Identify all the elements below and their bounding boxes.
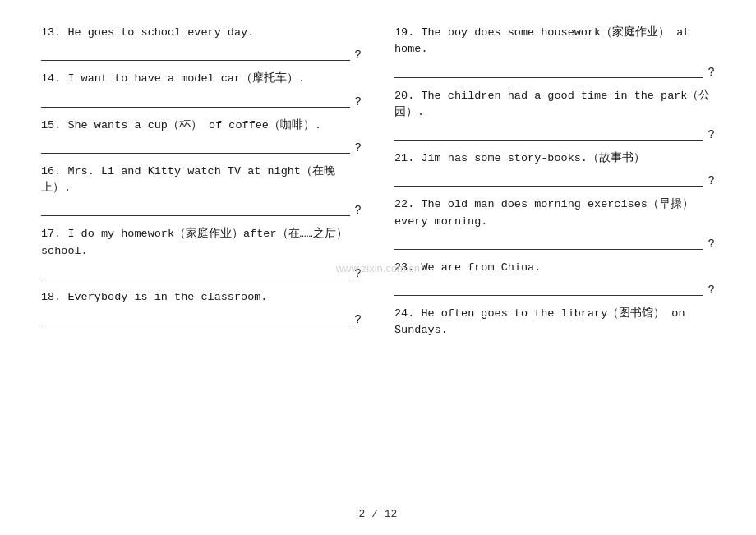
q13-number: 13. (41, 26, 61, 39)
q22-content-line2: every morning. (394, 215, 487, 228)
question-19: 19. The boy does some housework（家庭作业） at… (394, 25, 715, 78)
q22-question-mark: ? (708, 238, 715, 250)
q14-answer-line (41, 93, 350, 108)
q24-content-line1: He often goes to the library（图书馆） on (421, 307, 685, 320)
question-15: 15. She wants a cup（杯） of coffee（咖啡）. ? (41, 118, 362, 154)
page: www.zixin.com.cn 13. He goes to school e… (0, 0, 756, 535)
q24-text: 24. He often goes to the library（图书馆） on… (394, 306, 715, 339)
q16-answer-line (41, 201, 350, 216)
q19-answer-row: ? (394, 63, 715, 78)
q15-text: 15. She wants a cup（杯） of coffee（咖啡）. (41, 118, 362, 134)
q15-content: She wants a cup（杯） of coffee（咖啡）. (67, 119, 321, 131)
q16-number: 16. (41, 165, 61, 178)
q23-answer-line (394, 281, 703, 296)
q16-content: Mrs. Li and Kitty watch TV at night（在晚上）… (41, 165, 335, 194)
question-17: 17. I do my homework（家庭作业）after（在……之后） s… (41, 226, 362, 279)
question-21: 21. Jim has some story-books.（故事书） ? (394, 150, 715, 187)
q20-content: The children had a good time in the park… (394, 90, 710, 118)
question-13: 13. He goes to school every day. ? (41, 25, 362, 61)
q18-answer-row: ? (41, 311, 362, 325)
q23-answer-row: ? (394, 281, 715, 296)
q21-text: 21. Jim has some story-books.（故事书） (394, 150, 715, 167)
question-18: 18. Everybody is in the classroom. ? (41, 289, 362, 325)
q18-question-mark: ? (355, 314, 362, 325)
q22-answer-row: ? (394, 235, 715, 250)
q24-line2: Sundays. (394, 322, 715, 339)
q17-content-line2: school. (41, 245, 88, 257)
question-22: 22. The old man does morning exercises（早… (394, 196, 715, 250)
q23-content: We are from China. (421, 261, 541, 274)
q21-answer-line (394, 172, 703, 187)
q20-answer-row: ? (394, 126, 715, 141)
question-23: 23. We are from China. ? (394, 260, 715, 296)
q17-question-mark: ? (355, 268, 362, 279)
q19-number: 19. (394, 26, 414, 39)
question-14: 14. I want to have a model car（摩托车）. ? (41, 71, 362, 107)
right-column: 19. The boy does some housework（家庭作业） at… (378, 25, 715, 349)
q17-line2: school. (41, 243, 362, 260)
q14-question-mark: ? (355, 96, 362, 108)
q15-question-mark: ? (355, 142, 362, 154)
q14-answer-row: ? (41, 93, 362, 108)
q17-answer-line (41, 265, 350, 279)
q15-answer-line (41, 139, 350, 154)
q22-answer-line (394, 235, 703, 250)
q22-number: 22. (394, 198, 414, 210)
q23-question-mark: ? (708, 284, 715, 296)
q16-question-mark: ? (355, 205, 362, 216)
questions-columns: 13. He goes to school every day. ? 14. I… (41, 25, 715, 349)
q22-line2: every morning. (394, 214, 715, 230)
q16-answer-row: ? (41, 201, 362, 216)
q22-text: 22. The old man does morning exercises（早… (394, 196, 715, 230)
q16-text: 16. Mrs. Li and Kitty watch TV at night（… (41, 164, 362, 197)
q13-answer-line (41, 46, 350, 61)
q19-content: The boy does some housework（家庭作业） at hom… (394, 26, 689, 55)
q13-answer-row: ? (41, 46, 362, 61)
q14-text: 14. I want to have a model car（摩托车）. (41, 71, 362, 87)
q23-text: 23. We are from China. (394, 260, 715, 276)
q20-number: 20. (394, 90, 414, 102)
q24-content-line2: Sundays. (394, 324, 448, 336)
page-number: 2 / 12 (359, 508, 398, 520)
q14-content: I want to have a model car（摩托车）. (67, 72, 305, 85)
q21-number: 21. (394, 152, 414, 164)
q23-number: 23. (394, 261, 414, 274)
q18-number: 18. (41, 291, 61, 303)
q20-question-mark: ? (708, 129, 715, 141)
q13-content: He goes to school every day. (67, 26, 254, 39)
q18-answer-line (41, 311, 350, 325)
left-column: 13. He goes to school every day. ? 14. I… (41, 25, 378, 349)
q17-line1: 17. I do my homework（家庭作业）after（在……之后） (41, 226, 362, 242)
q14-number: 14. (41, 72, 61, 85)
q15-answer-row: ? (41, 139, 362, 154)
q21-content: Jim has some story-books.（故事书） (421, 152, 645, 164)
q18-text: 18. Everybody is in the classroom. (41, 289, 362, 306)
q17-content-line1: I do my homework（家庭作业）after（在……之后） (67, 228, 347, 240)
q21-question-mark: ? (708, 175, 715, 187)
q24-line1: 24. He often goes to the library（图书馆） on (394, 306, 715, 322)
q17-answer-row: ? (41, 265, 362, 279)
q19-answer-line (394, 63, 703, 78)
q22-line1: 22. The old man does morning exercises（早… (394, 196, 715, 213)
page-footer: 2 / 12 (0, 508, 756, 520)
q21-answer-row: ? (394, 172, 715, 187)
q13-text: 13. He goes to school every day. (41, 25, 362, 41)
q20-text: 20. The children had a good time in the … (394, 88, 715, 122)
q20-answer-line (394, 126, 703, 141)
q18-content: Everybody is in the classroom. (67, 291, 267, 303)
q17-number: 17. (41, 228, 61, 240)
question-24: 24. He often goes to the library（图书馆） on… (394, 306, 715, 339)
question-20: 20. The children had a good time in the … (394, 88, 715, 141)
q19-text: 19. The boy does some housework（家庭作业） at… (394, 25, 715, 58)
q24-number: 24. (394, 307, 414, 320)
q22-content-line1: The old man does morning exercises（早操） (421, 198, 693, 210)
q13-question-mark: ? (355, 49, 362, 61)
q17-text: 17. I do my homework（家庭作业）after（在……之后） s… (41, 226, 362, 260)
question-16: 16. Mrs. Li and Kitty watch TV at night（… (41, 164, 362, 217)
q15-number: 15. (41, 119, 61, 131)
q19-question-mark: ? (708, 67, 715, 78)
